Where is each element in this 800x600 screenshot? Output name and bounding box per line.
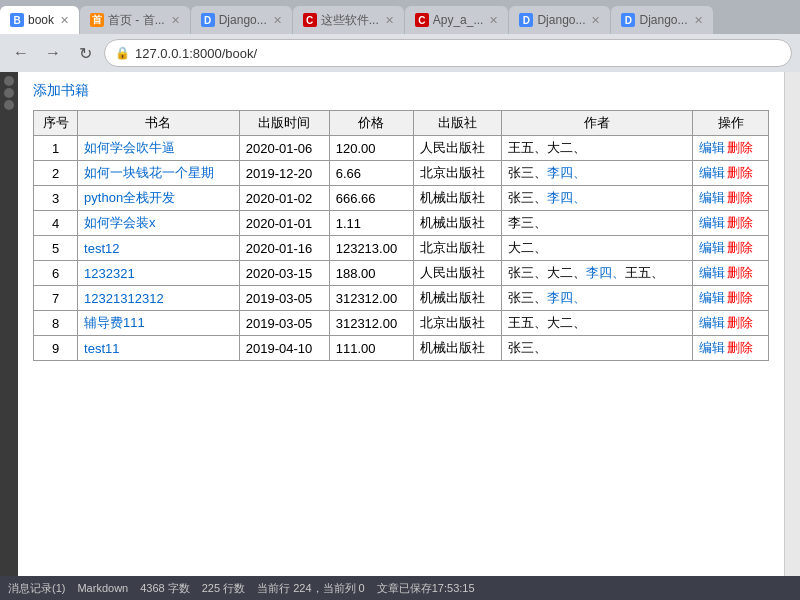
address-input[interactable]	[135, 46, 781, 61]
tab-close-django2[interactable]: ✕	[591, 14, 600, 27]
delete-link[interactable]: 删除	[727, 265, 753, 280]
book-title-link[interactable]: 辅导费111	[84, 315, 145, 330]
cell-price: 312312.00	[329, 311, 413, 336]
edit-link[interactable]: 编辑	[699, 290, 725, 305]
cell-title: test11	[78, 336, 240, 361]
cell-authors: 李三、	[502, 211, 693, 236]
address-bar[interactable]: 🔒	[104, 39, 792, 67]
delete-link[interactable]: 删除	[727, 140, 753, 155]
edit-link[interactable]: 编辑	[699, 340, 725, 355]
tab-bar: B book ✕ 首 首页 - 首... ✕ D Django... ✕ C 这…	[0, 0, 800, 34]
table-row: 612323212020-03-15188.00人民出版社张三、大二、李四、王五…	[34, 261, 769, 286]
col-header-pubdate: 出版时间	[239, 111, 329, 136]
cell-pubdate: 2020-01-01	[239, 211, 329, 236]
tab-close-django3[interactable]: ✕	[694, 14, 703, 27]
cell-pubdate: 2019-03-05	[239, 286, 329, 311]
book-title-link[interactable]: python全栈开发	[84, 190, 175, 205]
edit-link[interactable]: 编辑	[699, 140, 725, 155]
cell-pubdate: 2020-03-15	[239, 261, 329, 286]
book-title-link[interactable]: 如何学会吹牛逼	[84, 140, 175, 155]
tab-close-django1[interactable]: ✕	[273, 14, 282, 27]
author-name: 张三、	[508, 190, 547, 205]
cell-publisher: 北京出版社	[413, 161, 501, 186]
cell-price: 120.00	[329, 136, 413, 161]
col-header-authors: 作者	[502, 111, 693, 136]
edit-link[interactable]: 编辑	[699, 315, 725, 330]
tab-close-apy[interactable]: ✕	[489, 14, 498, 27]
edit-link[interactable]: 编辑	[699, 240, 725, 255]
book-title-link[interactable]: 如何学会装x	[84, 215, 156, 230]
edit-link[interactable]: 编辑	[699, 215, 725, 230]
author-link[interactable]: 李四、	[547, 190, 586, 205]
col-header-ops: 操作	[693, 111, 769, 136]
table-row: 8辅导费1112019-03-05312312.00北京出版社王五、大二、编辑删…	[34, 311, 769, 336]
author-link[interactable]: 李四、	[547, 165, 586, 180]
scrollbar[interactable]	[784, 72, 800, 576]
cell-operations: 编辑删除	[693, 186, 769, 211]
cell-publisher: 机械出版社	[413, 336, 501, 361]
back-button[interactable]: ←	[8, 40, 34, 66]
cell-authors: 大二、	[502, 236, 693, 261]
tab-close-csoft[interactable]: ✕	[385, 14, 394, 27]
sidebar-dot-1	[4, 76, 14, 86]
cell-title: 1232321	[78, 261, 240, 286]
tab-label-django1: Django...	[219, 13, 267, 27]
cell-id: 2	[34, 161, 78, 186]
page-content: 添加书籍 序号 书名 出版时间 价格 出版社 作者 操作 1如何学会吹牛逼202…	[18, 72, 784, 576]
book-title-link[interactable]: test11	[84, 341, 119, 356]
cell-title: test12	[78, 236, 240, 261]
tab-django2[interactable]: D Django... ✕	[509, 6, 610, 34]
add-book-link[interactable]: 添加书籍	[33, 82, 89, 100]
edit-link[interactable]: 编辑	[699, 265, 725, 280]
delete-link[interactable]: 删除	[727, 340, 753, 355]
delete-link[interactable]: 删除	[727, 290, 753, 305]
tab-label-django3: Django...	[639, 13, 687, 27]
cell-authors: 张三、	[502, 336, 693, 361]
book-title-link[interactable]: 如何一块钱花一个星期	[84, 165, 214, 180]
delete-link[interactable]: 删除	[727, 190, 753, 205]
cell-title: 如何一块钱花一个星期	[78, 161, 240, 186]
tab-close-home[interactable]: ✕	[171, 14, 180, 27]
tab-django1[interactable]: D Django... ✕	[191, 6, 292, 34]
status-mode: Markdown	[77, 582, 128, 594]
edit-link[interactable]: 编辑	[699, 190, 725, 205]
tab-book[interactable]: B book ✕	[0, 6, 79, 34]
book-title-link[interactable]: 1232321	[84, 266, 135, 281]
author-link[interactable]: 李四、	[547, 290, 586, 305]
tab-label-django2: Django...	[537, 13, 585, 27]
tab-label-home: 首页 - 首...	[108, 12, 165, 29]
sidebar-left	[0, 72, 18, 576]
author-link[interactable]: 李四、	[586, 265, 625, 280]
cell-authors: 张三、大二、李四、王五、	[502, 261, 693, 286]
cell-title: 12321312312	[78, 286, 240, 311]
book-title-link[interactable]: 12321312312	[84, 291, 164, 306]
cell-pubdate: 2020-01-06	[239, 136, 329, 161]
tab-favicon-csoft: C	[303, 13, 317, 27]
cell-id: 3	[34, 186, 78, 211]
delete-link[interactable]: 删除	[727, 315, 753, 330]
book-title-link[interactable]: test12	[84, 241, 119, 256]
cell-authors: 张三、李四、	[502, 161, 693, 186]
tab-apy[interactable]: C Apy_a_... ✕	[405, 6, 509, 34]
reload-button[interactable]: ↻	[72, 40, 98, 66]
edit-link[interactable]: 编辑	[699, 165, 725, 180]
cell-price: 312312.00	[329, 286, 413, 311]
cell-publisher: 北京出版社	[413, 236, 501, 261]
cell-id: 4	[34, 211, 78, 236]
tab-favicon-django2: D	[519, 13, 533, 27]
browser-chrome: B book ✕ 首 首页 - 首... ✕ D Django... ✕ C 这…	[0, 0, 800, 72]
security-icon: 🔒	[115, 46, 130, 60]
delete-link[interactable]: 删除	[727, 215, 753, 230]
cell-id: 7	[34, 286, 78, 311]
tab-csoft[interactable]: C 这些软件... ✕	[293, 6, 404, 34]
status-message: 消息记录(1)	[8, 581, 65, 596]
delete-link[interactable]: 删除	[727, 165, 753, 180]
forward-button[interactable]: →	[40, 40, 66, 66]
tab-home[interactable]: 首 首页 - 首... ✕	[80, 6, 190, 34]
delete-link[interactable]: 删除	[727, 240, 753, 255]
cell-publisher: 机械出版社	[413, 186, 501, 211]
tab-close-book[interactable]: ✕	[60, 14, 69, 27]
tab-django3[interactable]: D Django... ✕	[611, 6, 712, 34]
col-header-id: 序号	[34, 111, 78, 136]
author-name: 张三、	[508, 265, 547, 280]
